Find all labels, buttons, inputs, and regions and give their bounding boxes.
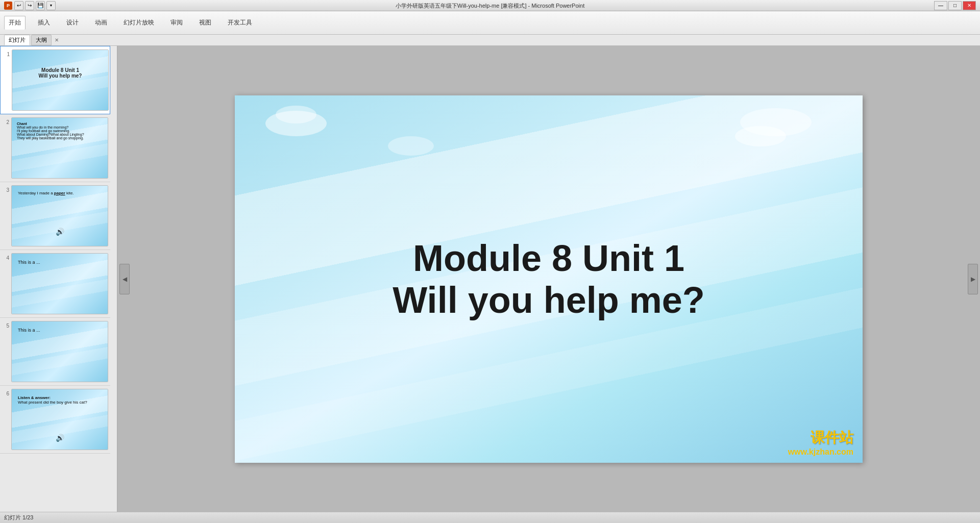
ribbon-tab-review[interactable]: 审阅 [166, 16, 187, 29]
ribbon-tab-dev[interactable]: 开发工具 [224, 16, 256, 29]
slide3-speaker-icon: 🔊 [56, 228, 64, 236]
close-button[interactable]: ✕ [963, 1, 976, 10]
ribbon-tab-design[interactable]: 设计 [62, 16, 83, 29]
slide-num-5: 5 [0, 321, 9, 382]
watermark-url: www.kjzhan.com [788, 447, 853, 457]
tab-slides[interactable]: 幻灯片 [4, 35, 30, 45]
watermark-brand: 课件站 [788, 428, 853, 447]
panel-tabs: 幻灯片 大纲 ✕ [0, 35, 980, 46]
slide-preview-6: Listen & answer: What present did the bo… [11, 389, 108, 450]
quick-access-toolbar: ↩ ↪ 💾 ▼ [14, 1, 56, 10]
app-icon: P [4, 2, 12, 10]
main-title-line1: Module 8 Unit 1 [393, 237, 704, 279]
ribbon-tab-view[interactable]: 视图 [195, 16, 215, 29]
slide4-content: This is a ... [15, 258, 43, 267]
undo-button[interactable]: ↩ [14, 1, 23, 10]
slide-count-status: 幻灯片 1/23 [4, 514, 33, 521]
slide6-content: Listen & answer: What present did the bo… [15, 393, 90, 407]
slide-thumb-6[interactable]: 6 Listen & answer: What present did the … [0, 386, 110, 454]
ribbon-tab-slideshow[interactable]: 幻灯片放映 [119, 16, 158, 29]
slide3-content: Yesterday I made a paper kite. [15, 189, 77, 197]
statusbar: 幻灯片 1/23 [0, 512, 980, 523]
slide5-content: This is a ... [15, 326, 43, 335]
prev-slide-button[interactable]: ◀ [119, 264, 130, 294]
main-slide[interactable]: Module 8 Unit 1 Will you help me? 课件站 ww… [235, 95, 863, 463]
slide-num-6: 6 [0, 389, 9, 450]
slide-thumb-5[interactable]: 5 This is a ... [0, 318, 110, 386]
ribbon-tab-animation[interactable]: 动画 [91, 16, 111, 29]
watermark: 课件站 www.kjzhan.com [788, 428, 853, 457]
ribbon-tab-start[interactable]: 开始 [4, 16, 26, 30]
ribbon: 开始 插入 设计 动画 幻灯片放映 审阅 视图 开发工具 [0, 11, 980, 35]
main-title-line2: Will you help me? [393, 279, 704, 321]
save-button[interactable]: 💾 [36, 1, 45, 10]
slide-preview-2: Chant What will you do in the morning? I… [11, 117, 108, 179]
window-title: 小学外研版英语五年级下Will-you-help-me [兼容模式] - Mic… [396, 2, 584, 10]
slide-num-1: 1 [1, 49, 10, 111]
slide-thumb-3[interactable]: 3 Yesterday I made a paper kite. 🔊 [0, 182, 110, 250]
redo-button[interactable]: ↪ [25, 1, 34, 10]
minimize-button[interactable]: — [934, 1, 947, 10]
slide6-speaker-icon: 🔊 [56, 434, 64, 442]
window-controls: — □ ✕ [934, 1, 976, 10]
slide-panel: 1 Module 8 Unit 1Will you help me? 2 Cha… [0, 46, 117, 512]
slide-thumbnails-list: 1 Module 8 Unit 1Will you help me? 2 Cha… [0, 46, 110, 454]
dropdown-button[interactable]: ▼ [46, 1, 56, 10]
main-slide-area: ◀ Module 8 Unit 1 Will you help me? 课件站 … [117, 46, 980, 512]
slide-num-2: 2 [0, 117, 9, 179]
panel-close-button[interactable]: ✕ [55, 37, 59, 43]
slide-num-4: 4 [0, 253, 9, 314]
slide-preview-4: This is a ... [11, 253, 108, 314]
main-slide-title: Module 8 Unit 1 Will you help me? [393, 237, 704, 321]
slide2-content: Chant What will you do in the morning? I… [14, 120, 87, 142]
slide1-title: Module 8 Unit 1Will you help me? [12, 65, 108, 81]
ribbon-tab-insert[interactable]: 插入 [34, 16, 54, 29]
slide-preview-1: Module 8 Unit 1Will you help me? [12, 49, 109, 111]
slide-thumb-2[interactable]: 2 Chant What will you do in the morning?… [0, 114, 110, 182]
tab-outline[interactable]: 大纲 [31, 35, 52, 45]
slide-thumb-4[interactable]: 4 This is a ... [0, 250, 110, 318]
cloud-5 [388, 136, 434, 156]
next-slide-button[interactable]: ▶ [968, 264, 978, 294]
titlebar-left: P ↩ ↪ 💾 ▼ [4, 1, 56, 10]
cloud-2 [276, 106, 316, 123]
slide-preview-3: Yesterday I made a paper kite. 🔊 [11, 185, 108, 246]
main-layout: 1 Module 8 Unit 1Will you help me? 2 Cha… [0, 46, 980, 512]
slide-preview-5: This is a ... [11, 321, 108, 382]
slide-thumb-1[interactable]: 1 Module 8 Unit 1Will you help me? [0, 46, 110, 114]
maximize-button[interactable]: □ [948, 1, 962, 10]
titlebar: P ↩ ↪ 💾 ▼ 小学外研版英语五年级下Will-you-help-me [兼… [0, 0, 980, 11]
cloud-4 [740, 108, 812, 136]
slide-num-3: 3 [0, 185, 9, 246]
